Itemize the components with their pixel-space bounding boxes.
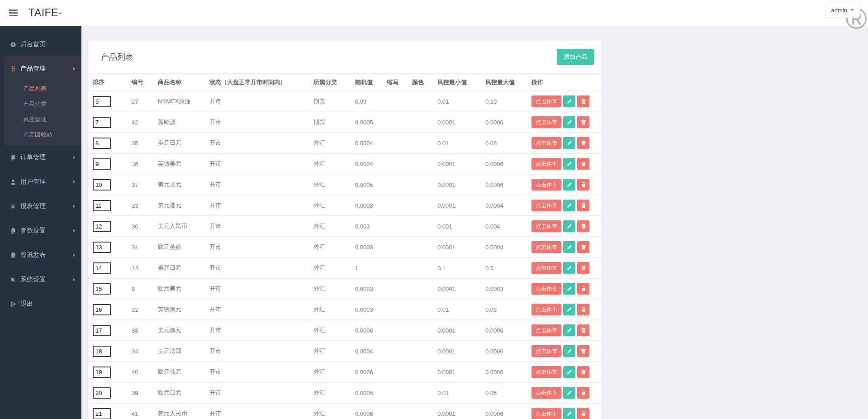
close-market-button[interactable]: 点击休市 (531, 179, 561, 190)
delete-button[interactable] (577, 241, 589, 253)
id-cell: 31 (128, 237, 154, 257)
edit-button[interactable] (563, 262, 575, 274)
sort-input[interactable] (93, 158, 111, 170)
delete-button[interactable] (577, 387, 589, 399)
sort-cell (88, 174, 128, 195)
delete-button[interactable] (577, 345, 589, 357)
edit-button[interactable] (563, 137, 575, 149)
risk-min-cell: 0.0001 (434, 403, 482, 419)
delete-button[interactable] (577, 95, 589, 107)
dashboard-icon (9, 41, 17, 48)
sidebar-item-product-category[interactable]: 产品分类 (4, 96, 81, 112)
sort-input[interactable] (93, 200, 111, 211)
sidebar-item-news-publishing[interactable]: 资讯发布 (0, 243, 81, 267)
sort-input[interactable] (93, 283, 111, 295)
sort-cell (88, 362, 128, 382)
sidebar-item-report-management[interactable]: ¥ 报表管理 (0, 194, 81, 219)
sidebar-item-logout[interactable]: 退出 (0, 292, 81, 316)
sort-input[interactable] (93, 96, 111, 107)
close-market-button[interactable]: 点击休市 (531, 366, 561, 378)
edit-button[interactable] (563, 366, 575, 378)
edit-button[interactable] (563, 241, 575, 253)
close-market-button[interactable]: 点击休市 (531, 283, 561, 295)
sidebar-item-risk-management[interactable]: 风控管理 (4, 112, 81, 127)
edit-button[interactable] (563, 200, 575, 211)
delete-button[interactable] (577, 158, 589, 170)
close-market-button[interactable]: 点击休市 (531, 116, 561, 128)
table-row: 35 美元日元 开市 外汇 0.0004 0.01 0.06 点击休市 (88, 133, 601, 153)
delete-button[interactable] (577, 200, 589, 211)
sidebar-item-system-settings[interactable]: 系统设置 (0, 267, 81, 292)
close-market-button[interactable]: 点击休市 (531, 95, 561, 107)
edit-button[interactable] (563, 283, 575, 295)
abbr-cell (383, 174, 408, 195)
sort-input[interactable] (93, 221, 111, 232)
edit-button[interactable] (563, 95, 575, 107)
edit-button[interactable] (563, 116, 575, 128)
actions-cell: 点击休市 (528, 382, 601, 403)
close-market-button[interactable]: 点击休市 (531, 408, 561, 419)
sort-input[interactable] (93, 346, 111, 357)
close-market-button[interactable]: 点击休市 (531, 304, 561, 315)
sort-input[interactable] (93, 387, 111, 399)
col-header-random: 随机值 (351, 74, 383, 91)
close-market-button[interactable]: 点击休市 (531, 158, 561, 170)
sidebar-item-order-management[interactable]: 订单管理 (0, 145, 81, 170)
sidebar-item-label: 产品管理 (20, 65, 46, 73)
delete-button[interactable] (577, 262, 589, 274)
sort-input[interactable] (93, 179, 111, 190)
delete-button[interactable] (577, 137, 589, 149)
delete-button[interactable] (577, 324, 589, 336)
add-product-button[interactable]: 添加产品 (557, 49, 594, 65)
edit-button[interactable] (563, 304, 575, 315)
sort-input[interactable] (93, 262, 111, 274)
close-market-button[interactable]: 点击休市 (531, 387, 561, 399)
edit-button[interactable] (563, 220, 575, 232)
sort-input[interactable] (93, 138, 111, 149)
edit-button[interactable] (563, 179, 575, 190)
sidebar-item-product-management[interactable]: ₿ 产品管理 (4, 57, 81, 81)
sort-input[interactable] (93, 408, 111, 419)
close-market-button[interactable]: 点击休市 (531, 200, 561, 211)
name-cell: 韩元人民币 (154, 403, 206, 419)
sort-input[interactable] (93, 304, 111, 315)
edit-button[interactable] (563, 324, 575, 336)
close-market-button[interactable]: 点击休市 (531, 241, 561, 253)
sidebar-item-user-management[interactable]: 用户管理 (0, 170, 81, 194)
sidebar-item-product-list[interactable]: 产品列表 (4, 81, 81, 96)
sort-input[interactable] (93, 367, 111, 378)
edit-button[interactable] (563, 408, 575, 419)
sidebar-item-label: 用户管理 (20, 178, 46, 186)
actions-cell: 点击休市 (528, 278, 601, 299)
delete-button[interactable] (577, 304, 589, 315)
risk-min-cell: 0.01 (434, 299, 482, 320)
delete-button[interactable] (577, 283, 589, 295)
trash-icon (581, 244, 586, 250)
pencil-icon (567, 140, 572, 146)
actions-cell: 点击休市 (528, 362, 601, 382)
edit-button[interactable] (563, 387, 575, 399)
user-dropdown[interactable]: admin (825, 3, 860, 18)
sort-input[interactable] (93, 242, 111, 253)
sidebar-item-product-recycle-bin[interactable]: 产品回收站 (4, 127, 81, 143)
close-market-button[interactable]: 点击休市 (531, 324, 561, 336)
delete-button[interactable] (577, 116, 589, 128)
random-cell: 0.0005 (351, 112, 383, 133)
sort-input[interactable] (93, 325, 111, 336)
close-market-button[interactable]: 点击休市 (531, 345, 561, 357)
close-market-button[interactable]: 点击休市 (531, 137, 561, 149)
hamburger-menu-icon[interactable] (9, 10, 18, 16)
delete-button[interactable] (577, 179, 589, 190)
edit-button[interactable] (563, 345, 575, 357)
delete-button[interactable] (577, 366, 589, 378)
sidebar-item-dashboard[interactable]: 后台首页 (0, 32, 81, 57)
close-market-button[interactable]: 点击休市 (531, 262, 561, 274)
edit-button[interactable] (563, 158, 575, 170)
status-cell: 开市 (206, 237, 310, 257)
delete-button[interactable] (577, 220, 589, 232)
delete-button[interactable] (577, 408, 589, 419)
sidebar-item-parameter-settings[interactable]: 参数设置 (0, 219, 81, 243)
sort-input[interactable] (93, 117, 111, 128)
close-market-button[interactable]: 点击休市 (531, 220, 561, 232)
abbr-cell (383, 257, 408, 278)
